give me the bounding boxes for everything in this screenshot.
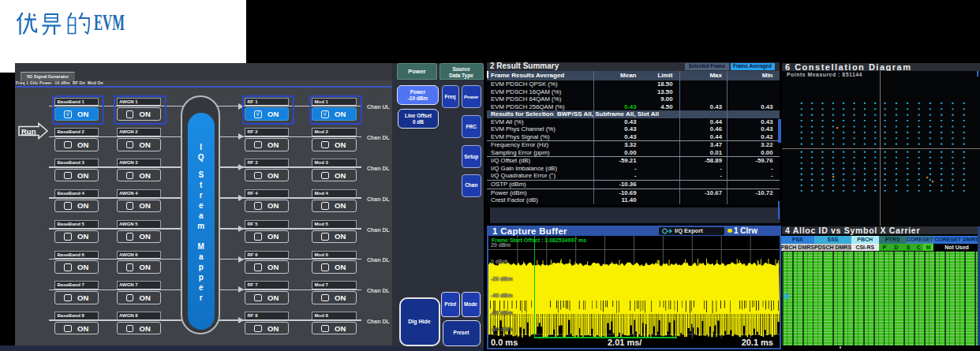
svg-text:Run: Run	[21, 127, 36, 136]
